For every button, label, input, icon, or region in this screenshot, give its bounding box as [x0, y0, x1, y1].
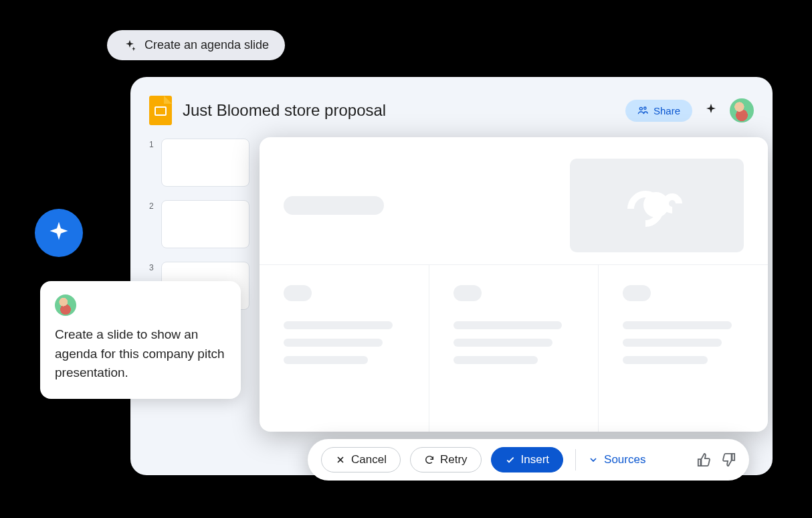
preview-columns — [260, 264, 768, 432]
svg-point-1 — [644, 107, 646, 109]
placeholder-line — [284, 321, 393, 329]
thumbs-up-icon — [697, 452, 712, 467]
prompt-text: Create a slide to show an agenda for thi… — [55, 325, 226, 383]
insert-button[interactable]: Insert — [491, 447, 564, 472]
thumbs-up-button[interactable] — [697, 452, 712, 467]
placeholder-line — [453, 321, 563, 329]
placeholder-line — [284, 356, 368, 364]
placeholder-line — [453, 356, 538, 364]
thumbnail-number: 1 — [149, 139, 156, 149]
people-icon — [637, 105, 648, 116]
placeholder-pill — [284, 285, 312, 301]
placeholder-pill — [623, 285, 651, 301]
generation-action-bar: Cancel Retry Insert Sources — [308, 439, 749, 481]
user-prompt-card: Create a slide to show an agenda for thi… — [40, 281, 241, 399]
preview-column — [429, 265, 599, 432]
suggestion-chip[interactable]: Create an agenda slide — [107, 30, 285, 60]
slide-thumbnail[interactable] — [161, 200, 249, 248]
placeholder-line — [623, 356, 707, 364]
thumbnail-row[interactable]: 2 — [149, 200, 249, 248]
placeholder-logo-icon — [630, 189, 684, 222]
share-button[interactable]: Share — [625, 100, 692, 122]
placeholder-line — [623, 339, 722, 347]
chevron-down-icon — [588, 454, 599, 465]
app-header: Just Bloomed store proposal Share — [149, 93, 754, 128]
placeholder-line — [284, 339, 383, 347]
placeholder-line — [623, 321, 732, 329]
thumbnail-row[interactable]: 1 — [149, 139, 249, 187]
retry-button[interactable]: Retry — [410, 447, 482, 472]
thumbs-down-icon — [721, 452, 736, 467]
cancel-button[interactable]: Cancel — [321, 447, 401, 472]
retry-button-label: Retry — [440, 453, 468, 466]
sources-dropdown[interactable]: Sources — [588, 453, 645, 466]
preview-column — [599, 265, 768, 432]
thumbnail-number: 3 — [149, 262, 156, 272]
refresh-icon — [424, 454, 435, 465]
placeholder-title — [284, 196, 384, 215]
preview-header-area — [260, 137, 768, 264]
feedback-icons — [697, 452, 736, 467]
check-icon — [505, 454, 516, 465]
placeholder-pill — [453, 285, 482, 301]
close-icon — [335, 454, 346, 465]
generated-slide-preview — [260, 137, 768, 432]
user-avatar — [55, 294, 76, 316]
sparkle-icon — [123, 39, 136, 52]
sparkle-icon — [47, 221, 71, 245]
thumbnail-number: 2 — [149, 200, 156, 211]
document-title[interactable]: Just Bloomed store proposal — [183, 101, 615, 120]
thumbs-down-button[interactable] — [721, 452, 736, 467]
share-button-label: Share — [653, 105, 680, 116]
gemini-badge — [35, 209, 83, 257]
sources-label: Sources — [604, 453, 645, 466]
placeholder-line — [453, 339, 552, 347]
divider — [575, 449, 576, 470]
slide-thumbnail[interactable] — [161, 139, 249, 187]
insert-button-label: Insert — [521, 453, 550, 466]
account-avatar[interactable] — [730, 98, 754, 122]
suggestion-chip-label: Create an agenda slide — [144, 38, 269, 52]
gemini-sparkle-icon[interactable] — [703, 102, 719, 118]
cancel-button-label: Cancel — [351, 453, 387, 466]
preview-column — [260, 265, 429, 432]
svg-point-0 — [639, 107, 642, 110]
placeholder-image — [570, 159, 744, 252]
slides-logo-icon — [149, 96, 172, 125]
